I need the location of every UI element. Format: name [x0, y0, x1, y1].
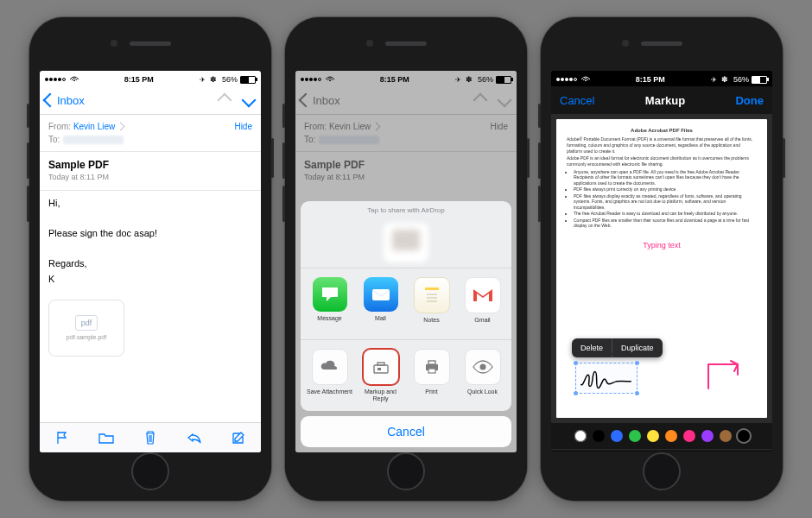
- flag-icon[interactable]: [54, 431, 70, 445]
- folder-icon[interactable]: [98, 431, 114, 445]
- markup-nav: Cancel Markup Done: [551, 86, 772, 114]
- trash-icon[interactable]: [143, 431, 158, 445]
- share-app-message[interactable]: Message: [307, 277, 353, 329]
- svg-rect-9: [428, 361, 435, 364]
- color-swatch[interactable]: [701, 430, 714, 442]
- compose-icon[interactable]: [231, 431, 246, 445]
- to-label: To:: [48, 135, 60, 144]
- attachment-filename: pdf-sample.pdf: [67, 334, 106, 340]
- action-markup-and-reply[interactable]: Markup and Reply: [358, 349, 404, 401]
- mail-timestamp: Today at 8:11 PM: [40, 173, 261, 188]
- from-label: From:: [48, 122, 71, 131]
- home-button[interactable]: [131, 452, 169, 490]
- home-button[interactable]: [387, 452, 425, 490]
- svg-rect-6: [377, 363, 384, 365]
- color-swatch[interactable]: [629, 430, 641, 442]
- airdrop-hint: Tap to share with AirDrop: [301, 201, 511, 218]
- share-app-notes[interactable]: Notes: [409, 277, 455, 329]
- status-bar: 8:15 PM ✈ ✽ 56%: [551, 71, 772, 86]
- popover-delete[interactable]: Delete: [572, 338, 612, 357]
- home-button[interactable]: [643, 452, 681, 490]
- to-recipient-redacted: [63, 136, 124, 144]
- color-swatch[interactable]: [611, 430, 623, 442]
- from-name[interactable]: Kevin Liew: [73, 122, 115, 131]
- popover-duplicate[interactable]: Duplicate: [612, 338, 663, 357]
- status-battery-pct: 56%: [222, 75, 238, 84]
- svg-rect-0: [372, 289, 390, 300]
- hide-button[interactable]: Hide: [234, 122, 252, 131]
- share-sheet: Tap to share with AirDrop Message Mail N…: [301, 201, 511, 447]
- status-time: 8:15 PM: [124, 75, 154, 84]
- color-swatch[interactable]: [665, 430, 677, 442]
- edit-popover: Delete Duplicate: [572, 338, 663, 357]
- back-label: Inbox: [57, 94, 85, 107]
- cancel-button[interactable]: Cancel: [301, 416, 511, 447]
- color-swatch[interactable]: [720, 430, 732, 442]
- phone-markup: 8:15 PM ✈ ✽ 56% Cancel Markup Done Adobe…: [541, 17, 783, 501]
- status-bar: 8:15 PM ✈ ✽ 56%: [40, 71, 261, 86]
- color-swatch[interactable]: [593, 430, 605, 442]
- svg-rect-7: [377, 368, 381, 370]
- chevron-right-icon: [117, 123, 125, 131]
- svg-rect-10: [428, 369, 435, 373]
- svg-point-11: [479, 364, 485, 370]
- done-button[interactable]: Done: [735, 94, 764, 107]
- reply-icon[interactable]: [187, 431, 202, 445]
- prev-message-button[interactable]: [218, 93, 232, 108]
- markup-document[interactable]: Adobe Acrobat PDF Files Adobe® Portable …: [556, 119, 767, 418]
- color-swatch[interactable]: [738, 430, 750, 442]
- cancel-button[interactable]: Cancel: [560, 94, 594, 107]
- mail-body: Hi, Please sign the doc asap! Regards, K: [40, 191, 261, 293]
- doc-title: Adobe Acrobat PDF Files: [567, 128, 757, 133]
- share-app-mail[interactable]: Mail: [358, 277, 404, 329]
- color-swatch[interactable]: [574, 430, 587, 442]
- color-swatch[interactable]: [647, 430, 659, 442]
- markup-title: Markup: [645, 94, 685, 107]
- mail-toolbar: [40, 422, 261, 452]
- signature-annotation[interactable]: [575, 363, 638, 394]
- airdrop-contact[interactable]: [384, 223, 428, 262]
- attachment-pdf[interactable]: pdf pdf-sample.pdf: [48, 300, 124, 357]
- phone-mail-message: 8:15 PM ✈ ✽ 56% Inbox From: Kevin Liew H…: [29, 17, 271, 501]
- share-app-gmail[interactable]: Gmail: [460, 277, 506, 329]
- pdf-icon: pdf: [75, 315, 98, 331]
- svg-rect-1: [425, 287, 439, 290]
- mail-nav: Inbox: [40, 86, 261, 115]
- action-save-attachment[interactable]: Save Attachment: [307, 349, 353, 401]
- next-message-button[interactable]: [242, 93, 257, 108]
- drawn-shape[interactable]: [705, 359, 743, 394]
- typing-text-annotation[interactable]: Typing text: [567, 241, 757, 250]
- color-swatch[interactable]: [683, 430, 695, 442]
- phone-share-sheet: 8:15 PM ✈ ✽ 56% Inbox From: Kevin Liew H…: [285, 17, 527, 501]
- back-button[interactable]: Inbox: [45, 94, 85, 107]
- action-print[interactable]: Print: [409, 349, 455, 401]
- mail-subject: Sample PDF: [40, 152, 261, 173]
- status-time: 8:15 PM: [636, 75, 665, 84]
- action-quick-look[interactable]: Quick Look: [460, 349, 506, 401]
- color-palette: [551, 423, 772, 449]
